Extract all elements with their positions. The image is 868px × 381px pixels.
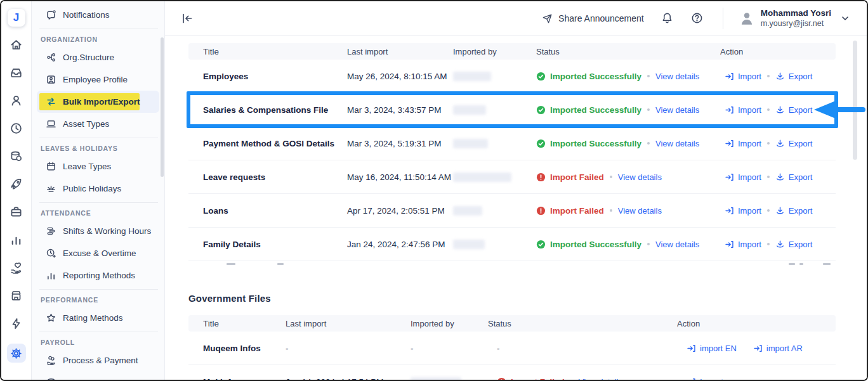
download-icon bbox=[775, 139, 785, 148]
chevron-down-icon[interactable] bbox=[840, 13, 850, 23]
sidebar-item-label: Public Holidays bbox=[63, 184, 121, 193]
row-actions: ImportExport bbox=[720, 206, 836, 216]
row-last-import: May 16, 2024, 11:50:14 AM bbox=[347, 172, 453, 182]
sidebar-item-employee-profile[interactable]: Employee Profile bbox=[37, 68, 159, 91]
column-header-status: Status bbox=[536, 47, 720, 56]
import-button[interactable]: import AR bbox=[753, 344, 803, 353]
sidebar-item-notifications[interactable]: Notifications bbox=[37, 4, 159, 26]
import-arrow-icon bbox=[687, 344, 696, 353]
sidebar-item-label: Rating Methods bbox=[63, 313, 123, 323]
home-icon[interactable] bbox=[9, 37, 24, 52]
view-details-link[interactable]: View details bbox=[655, 139, 699, 148]
collapse-sidebar-icon[interactable] bbox=[180, 11, 194, 25]
app-logo[interactable]: J bbox=[8, 9, 25, 27]
export-button[interactable]: Export bbox=[775, 206, 813, 216]
action-label: Export bbox=[789, 172, 813, 182]
column-header-title: Title bbox=[188, 47, 347, 56]
bar-chart-icon bbox=[46, 270, 56, 281]
status-badge: Import Failed bbox=[550, 172, 604, 182]
status-badge: Imported Successfully bbox=[550, 72, 641, 81]
clock-plus-icon bbox=[46, 248, 56, 259]
import-button[interactable]: Import bbox=[725, 105, 761, 115]
sidebar-item-shifts-working-hours[interactable]: Shifts & Working Hours bbox=[37, 220, 159, 242]
import-button[interactable]: Import bbox=[687, 377, 723, 381]
export-button[interactable]: Export bbox=[775, 139, 813, 148]
redacted-imported-by bbox=[453, 206, 482, 216]
view-details-link[interactable]: View details bbox=[579, 377, 622, 381]
bell-icon[interactable] bbox=[661, 12, 674, 25]
import-button[interactable]: Import bbox=[725, 240, 761, 249]
help-icon[interactable] bbox=[691, 12, 704, 25]
export-button[interactable]: Export bbox=[775, 240, 813, 249]
import-button[interactable]: Import bbox=[725, 139, 761, 148]
view-details-link[interactable]: View details bbox=[655, 72, 699, 81]
sidebar-item-asset-types[interactable]: Asset Types bbox=[37, 113, 159, 135]
action-label: import AR bbox=[766, 344, 803, 353]
export-button[interactable]: Export bbox=[775, 172, 813, 182]
row-status: Import FailedView details bbox=[536, 206, 720, 216]
view-details-link[interactable]: View details bbox=[618, 206, 662, 216]
settings-icon[interactable] bbox=[7, 344, 26, 363]
automation-icon[interactable] bbox=[9, 316, 24, 331]
people-icon[interactable] bbox=[9, 93, 24, 108]
org-structure-icon bbox=[46, 52, 56, 63]
sidebar-item-excuse-overtime[interactable]: Excuse & Overtime bbox=[37, 242, 159, 264]
view-details-link[interactable]: View details bbox=[655, 105, 699, 115]
row-last-import: Jan 14, 2024, 4:17:54 PM bbox=[286, 377, 411, 381]
marketplace-icon[interactable] bbox=[9, 288, 24, 303]
sidebar-item-leave-types[interactable]: Leave Types bbox=[37, 155, 159, 178]
failed-alert-icon bbox=[497, 377, 506, 381]
import-button[interactable]: import EN bbox=[687, 344, 737, 353]
icon-rail: J bbox=[1, 1, 32, 380]
row-title: Muqeem Infos bbox=[188, 344, 286, 353]
sidebar-item-label: Reporting Methods bbox=[63, 271, 135, 280]
import-button[interactable]: Import bbox=[725, 206, 761, 216]
finance-icon[interactable] bbox=[9, 148, 24, 164]
sidebar-item-reporting-methods[interactable]: Reporting Methods bbox=[37, 264, 159, 287]
sidebar-item-payables[interactable]: Payables bbox=[37, 371, 159, 380]
topbar: Share Announcement Mohammad Yosri m.yous… bbox=[165, 1, 867, 36]
dot-separator bbox=[767, 75, 770, 77]
row-status: Imported SuccessfullyView details bbox=[536, 105, 720, 115]
time-icon[interactable] bbox=[9, 120, 24, 136]
benefits-icon[interactable] bbox=[9, 260, 24, 275]
send-icon bbox=[542, 13, 553, 24]
column-header-status: Status bbox=[488, 319, 677, 328]
avatar[interactable] bbox=[739, 10, 755, 27]
rocket-icon[interactable] bbox=[9, 176, 24, 191]
failed-alert-icon bbox=[536, 206, 546, 216]
user-info[interactable]: Mohammad Yosri m.yousry@jisr.net bbox=[761, 8, 831, 29]
payment-hand-icon bbox=[46, 355, 56, 366]
sidebar-section-title: PERFORMANCE bbox=[41, 296, 164, 304]
row-title: Mol Infos bbox=[188, 377, 286, 381]
view-details-link[interactable]: View details bbox=[618, 172, 662, 182]
analytics-icon[interactable] bbox=[9, 232, 24, 247]
briefcase-icon[interactable] bbox=[9, 204, 24, 219]
sidebar-item-public-holidays[interactable]: Public Holidays bbox=[37, 178, 159, 200]
row-actions: ImportExport bbox=[720, 72, 836, 81]
action-label: Import bbox=[738, 206, 761, 216]
sidebar-item-rating-methods[interactable]: Rating Methods bbox=[37, 307, 159, 329]
status-badge: Imported Successfully bbox=[550, 105, 641, 115]
table-row: LoansApr 17, 2024, 2:05:51 PMImport Fail… bbox=[188, 194, 836, 228]
sidebar-item-bulk-import-export[interactable]: Bulk Import/Export bbox=[37, 91, 159, 113]
inbox-icon[interactable] bbox=[9, 65, 24, 80]
import-button[interactable]: Import bbox=[725, 172, 761, 182]
export-button[interactable]: Export bbox=[775, 105, 813, 115]
content-scrollbar[interactable] bbox=[853, 41, 857, 160]
download-icon bbox=[775, 72, 785, 81]
view-details-link[interactable]: View details bbox=[655, 240, 699, 249]
success-check-icon bbox=[536, 139, 546, 148]
sidebar-item-org-structure[interactable]: Org.Structure bbox=[37, 46, 159, 68]
sidebar-item-label: Process & Payment bbox=[63, 356, 138, 365]
redacted-imported-by bbox=[453, 172, 511, 182]
import-button[interactable]: Import bbox=[725, 72, 761, 81]
share-announcement-button[interactable]: Share Announcement bbox=[542, 13, 644, 24]
action-label: Import bbox=[738, 240, 761, 249]
sidebar-item-process-payment[interactable]: Process & Payment bbox=[37, 349, 159, 371]
row-last-import: Apr 17, 2024, 2:05:51 PM bbox=[347, 206, 453, 216]
action-label: Import bbox=[738, 172, 761, 182]
export-button[interactable]: Export bbox=[775, 72, 813, 81]
sidebar-scrollbar[interactable] bbox=[161, 37, 164, 177]
row-imported-by bbox=[453, 206, 536, 216]
